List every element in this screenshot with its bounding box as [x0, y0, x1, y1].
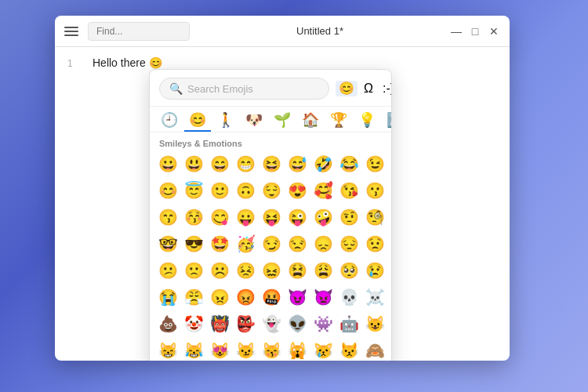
- emoji-search-input[interactable]: [187, 83, 319, 95]
- emoji-cell[interactable]: 😄: [208, 151, 232, 176]
- emoji-cell[interactable]: 👻: [260, 311, 284, 336]
- emoji-cell[interactable]: 🤩: [208, 231, 232, 256]
- emoji-cell[interactable]: 😛: [234, 205, 258, 230]
- cat-tab-animals[interactable]: 🐶: [241, 110, 267, 132]
- emoji-cell[interactable]: 🤖: [337, 311, 361, 336]
- emoji-cell[interactable]: 😹: [182, 338, 206, 361]
- emoji-cell[interactable]: 👺: [234, 311, 258, 336]
- emoji-cell[interactable]: 🙈: [363, 338, 387, 361]
- emoji-cell[interactable]: 🤣: [311, 151, 336, 176]
- emoji-cell[interactable]: 😣: [234, 258, 258, 283]
- emoji-cell[interactable]: 🤬: [260, 285, 284, 310]
- emoji-cell[interactable]: 😡: [234, 285, 258, 310]
- emoji-cell[interactable]: 🤪: [311, 205, 336, 230]
- emoji-cell[interactable]: 😊: [156, 178, 180, 203]
- emoji-category-tabs: 🕘 😊 🚶 🐶 🌱 🏠 🏆 💡 🔣 🚩: [150, 107, 391, 132]
- emoji-cell[interactable]: 😩: [311, 258, 336, 283]
- emoji-cell[interactable]: 😒: [285, 231, 310, 256]
- emoji-cell[interactable]: 😋: [208, 205, 232, 230]
- emoji-cell[interactable]: 💀: [337, 285, 361, 310]
- emoji-cell[interactable]: 🤨: [337, 205, 361, 230]
- emoji-cell[interactable]: 😽: [260, 338, 284, 361]
- emoji-cell[interactable]: 🙁: [182, 258, 206, 283]
- hamburger-menu[interactable]: [64, 27, 78, 36]
- emoji-cell[interactable]: 😗: [363, 178, 387, 203]
- emoji-cell[interactable]: 😚: [182, 205, 206, 230]
- emoji-cell[interactable]: 😇: [182, 178, 206, 203]
- maximize-button[interactable]: □: [469, 25, 481, 38]
- emoji-cell[interactable]: 😢: [363, 258, 387, 283]
- cat-tab-smileys[interactable]: 😊: [184, 110, 211, 132]
- emoji-cell[interactable]: 🥳: [234, 231, 258, 256]
- emoji-cell[interactable]: 😞: [311, 231, 336, 256]
- emoji-cell[interactable]: 😃: [182, 151, 206, 176]
- emoji-cell[interactable]: 😁: [234, 151, 258, 176]
- emoji-cell[interactable]: 😂: [337, 151, 361, 176]
- emoji-cell[interactable]: 😎: [182, 231, 206, 256]
- emoji-cell[interactable]: 😤: [182, 285, 206, 310]
- editor-line: 1 Hello there 😊: [55, 55, 510, 71]
- emoji-cell[interactable]: 👹: [208, 311, 232, 336]
- emoji-cell[interactable]: ☹️: [208, 258, 232, 283]
- emoji-cell[interactable]: 😖: [260, 258, 284, 283]
- emoji-cell[interactable]: 😠: [208, 285, 232, 310]
- emoji-cell[interactable]: 🤓: [156, 231, 180, 256]
- cat-tab-symbols[interactable]: 🔣: [382, 110, 392, 132]
- minimize-button[interactable]: —: [450, 25, 463, 38]
- emoji-cell[interactable]: 😝: [260, 205, 284, 230]
- emoji-cell[interactable]: 😌: [260, 178, 284, 203]
- emoji-cell[interactable]: ☠️: [363, 285, 387, 310]
- cat-tab-recent[interactable]: 🕘: [156, 110, 183, 132]
- emoji-cell[interactable]: 😺: [363, 311, 387, 336]
- cat-tab-people[interactable]: 🚶: [212, 110, 239, 132]
- emoji-panel: 🔍 😊 Ω :-) 🕘 😊 🚶 🐶 🌱 🏠 🏆: [149, 69, 392, 361]
- emoji-cell[interactable]: 😀: [156, 151, 180, 176]
- close-button[interactable]: ✕: [488, 25, 500, 38]
- emoji-tab-omega[interactable]: Ω: [361, 81, 376, 96]
- emoji-tab-smiley[interactable]: 😊: [336, 81, 358, 96]
- emoji-panel-header: 🔍 😊 Ω :-): [150, 70, 391, 107]
- cat-tab-travel[interactable]: 🏠: [297, 110, 324, 132]
- emoji-cell[interactable]: 😘: [337, 178, 361, 203]
- emoji-cell[interactable]: 🙂: [208, 178, 232, 203]
- editor-area: 1 Hello there 😊 🔍 😊 Ω :-): [55, 47, 510, 361]
- emoji-cell[interactable]: 👾: [311, 311, 336, 336]
- emoji-cell[interactable]: 🤡: [182, 311, 206, 336]
- line-content: Hello there 😊: [93, 56, 162, 69]
- emoji-cell[interactable]: 👽: [285, 311, 310, 336]
- emoji-cell[interactable]: 😾: [337, 338, 361, 361]
- cat-tab-activities[interactable]: 🏆: [325, 110, 352, 132]
- emoji-cell[interactable]: 🧐: [363, 205, 387, 230]
- emoji-cell[interactable]: 😉: [363, 151, 387, 176]
- find-input[interactable]: [88, 22, 190, 41]
- emoji-cell[interactable]: 😆: [260, 151, 284, 176]
- emoji-cell[interactable]: 👿: [311, 285, 336, 310]
- emoji-cell[interactable]: 😼: [234, 338, 258, 361]
- emoji-cell[interactable]: 😕: [156, 258, 180, 283]
- emoji-cell[interactable]: 😍: [285, 178, 310, 203]
- emoji-cell[interactable]: 😔: [337, 231, 361, 256]
- emoji-tab-ascii[interactable]: :-): [379, 81, 392, 96]
- emoji-cell[interactable]: 🙀: [285, 338, 310, 361]
- emoji-cell[interactable]: 😈: [285, 285, 310, 310]
- emoji-cell[interactable]: 😏: [260, 231, 284, 256]
- main-window: Untitled 1* — □ ✕ 1 Hello there 😊 🔍 😊: [55, 16, 510, 361]
- emoji-cell[interactable]: 🥺: [337, 258, 361, 283]
- emoji-cell[interactable]: 😜: [285, 205, 310, 230]
- emoji-cell[interactable]: 🥰: [311, 178, 336, 203]
- emoji-cell[interactable]: 😙: [156, 205, 180, 230]
- emoji-cell[interactable]: 😅: [285, 151, 310, 176]
- emoji-cell[interactable]: 💩: [156, 311, 180, 336]
- emoji-cell[interactable]: 😟: [363, 231, 387, 256]
- search-icon: 🔍: [169, 82, 183, 95]
- titlebar: Untitled 1* — □ ✕: [55, 16, 510, 47]
- emoji-cell[interactable]: 😫: [285, 258, 310, 283]
- emoji-cell[interactable]: 😿: [311, 338, 336, 361]
- emoji-cell[interactable]: 😸: [156, 338, 180, 361]
- cat-tab-objects[interactable]: 💡: [354, 110, 380, 132]
- window-title: Untitled 1*: [190, 25, 450, 37]
- emoji-cell[interactable]: 🙃: [234, 178, 258, 203]
- emoji-cell[interactable]: 😻: [208, 338, 232, 361]
- emoji-cell[interactable]: 😭: [156, 285, 180, 310]
- cat-tab-food[interactable]: 🌱: [269, 110, 296, 132]
